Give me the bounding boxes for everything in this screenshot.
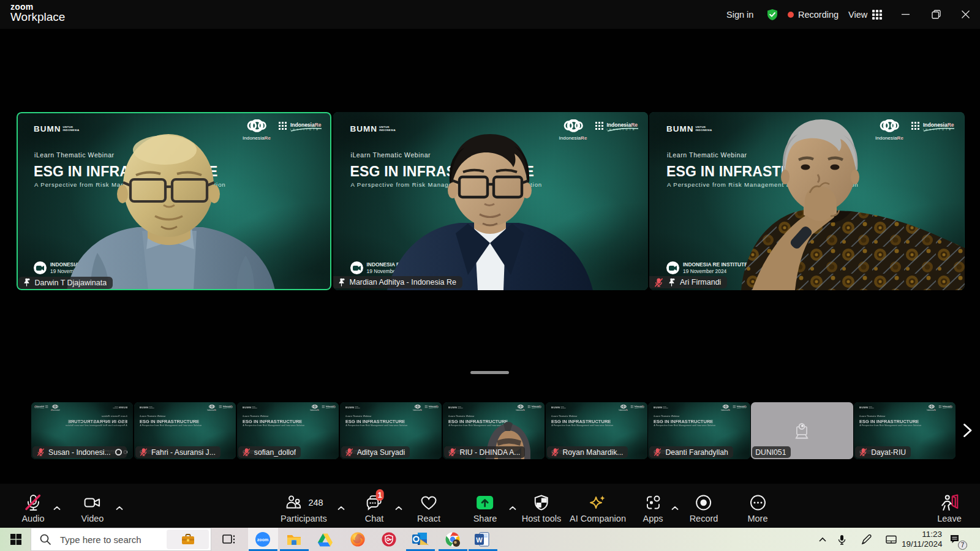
- svg-text:W: W: [476, 536, 483, 544]
- svg-text:zoom: zoom: [257, 538, 268, 542]
